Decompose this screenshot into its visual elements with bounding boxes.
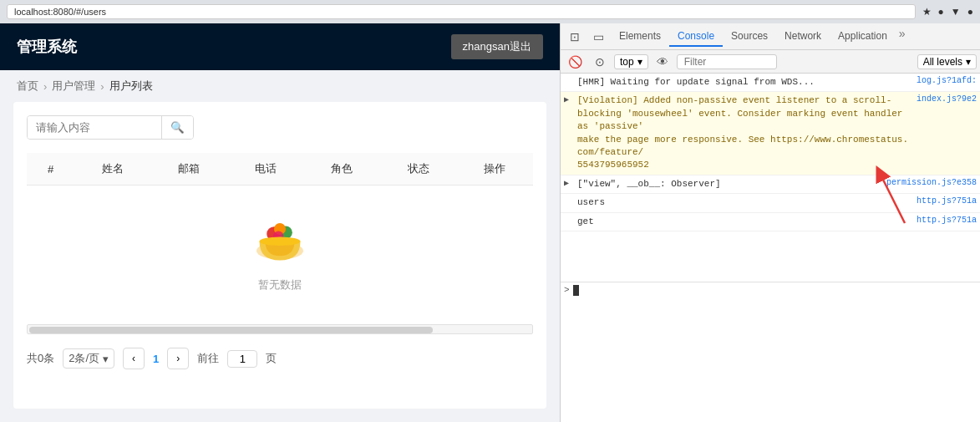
logout-button[interactable]: zhangsan退出 xyxy=(451,34,543,59)
tab-console[interactable]: Console xyxy=(669,27,723,47)
content-card: 🔍 # 姓名 邮箱 电话 角色 状态 操作 xyxy=(13,102,546,409)
search-button[interactable]: 🔍 xyxy=(161,116,193,139)
clear-console-icon[interactable]: 🚫 xyxy=(564,51,586,73)
extension-icon[interactable]: ● xyxy=(938,6,944,18)
levels-select[interactable]: All levels ▾ xyxy=(917,54,977,69)
empty-text: 暂无数据 xyxy=(258,277,302,292)
data-table: # 姓名 邮箱 电话 角色 状态 操作 xyxy=(27,153,533,318)
horizontal-scrollbar[interactable] xyxy=(27,324,533,334)
total-count: 共0条 xyxy=(27,351,54,366)
pagination: 共0条 2条/页 ▾ ‹ 1 › 前往 页 xyxy=(27,348,533,369)
console-text: [HMR] Waiting for update signal from WDS… xyxy=(577,76,913,89)
devtools-toolbar2: 🚫 ⊙ top ▾ 👁 All levels ▾ xyxy=(561,50,980,74)
table-header: # 姓名 邮箱 电话 角色 状态 操作 xyxy=(27,153,533,186)
console-link-get[interactable]: http.js?751a xyxy=(917,216,977,225)
app-panel: 管理系统 zhangsan退出 首页 › 用户管理 › 用户列表 🔍 xyxy=(0,23,560,422)
breadcrumb-user-manage[interactable]: 用户管理 xyxy=(52,79,95,94)
tab-application[interactable]: Application xyxy=(830,27,896,47)
expand-icon-warning[interactable]: ▶ xyxy=(564,94,574,104)
devtools-toolbar: ⊡ ▭ Elements Console Sources Network App… xyxy=(561,23,980,50)
col-action: 操作 xyxy=(456,153,533,186)
console-link-users[interactable]: http.js?751a xyxy=(917,196,977,206)
table-body: 暂无数据 xyxy=(27,186,533,318)
empty-icon xyxy=(251,211,309,269)
current-page: 1 xyxy=(153,353,159,365)
app-header: 管理系统 zhangsan退出 xyxy=(0,23,560,70)
col-num: # xyxy=(27,153,74,186)
eye-icon[interactable]: 👁 xyxy=(652,51,673,73)
breadcrumb: 首页 › 用户管理 › 用户列表 xyxy=(0,70,560,102)
tab-network[interactable]: Network xyxy=(776,27,830,47)
more-tabs-button[interactable]: » xyxy=(896,27,909,47)
tab-sources[interactable]: Sources xyxy=(723,27,776,47)
breadcrumb-home[interactable]: 首页 xyxy=(17,79,38,94)
next-page-button[interactable]: › xyxy=(167,348,189,369)
goto-label: 前往 xyxy=(197,351,219,366)
console-link-warning[interactable]: index.js?9e2 xyxy=(917,94,977,104)
menu-icon[interactable]: ▼ xyxy=(951,6,961,18)
page-size-select[interactable]: 2条/页 ▾ xyxy=(63,348,114,369)
browser-icons: ★ ● ▼ ● xyxy=(922,6,973,18)
console-cursor[interactable] xyxy=(573,285,579,296)
main-layout: 管理系统 zhangsan退出 首页 › 用户管理 › 用户列表 🔍 xyxy=(0,23,980,422)
console-text-get: get xyxy=(577,216,913,228)
breadcrumb-sep2: › xyxy=(100,80,104,93)
context-arrow: ▾ xyxy=(637,56,642,68)
filter-input[interactable] xyxy=(677,54,777,69)
tab-elements[interactable]: Elements xyxy=(611,27,669,47)
browser-bar: localhost:8080/#/users ★ ● ▼ ● xyxy=(0,0,980,23)
col-email: 邮箱 xyxy=(151,153,227,186)
breadcrumb-user-list: 用户列表 xyxy=(109,79,153,94)
page-size-arrow: ▾ xyxy=(103,353,109,365)
page-size-label: 2条/页 xyxy=(69,351,99,366)
page-unit: 页 xyxy=(266,351,277,366)
search-input[interactable] xyxy=(28,116,161,139)
scrollbar-thumb[interactable] xyxy=(29,327,433,333)
app-title: 管理系统 xyxy=(17,37,77,57)
expand-icon-view[interactable]: ▶ xyxy=(564,178,574,188)
empty-row: 暂无数据 xyxy=(27,186,533,318)
console-line-warning: ▶ [Violation] Added non-passive event li… xyxy=(561,92,980,175)
star-icon[interactable]: ★ xyxy=(922,6,932,18)
browser-url: localhost:8080/#/users xyxy=(7,4,916,19)
console-link[interactable]: log.js?1afd: xyxy=(917,76,977,85)
console-line-get: get http.js?751a xyxy=(561,213,980,231)
context-select[interactable]: top ▾ xyxy=(614,54,648,69)
levels-arrow: ▾ xyxy=(966,56,971,68)
goto-input[interactable] xyxy=(227,350,257,368)
prev-page-button[interactable]: ‹ xyxy=(123,348,145,369)
search-input-wrap: 🔍 xyxy=(27,115,194,140)
svg-point-5 xyxy=(260,237,301,247)
console-text-warning: [Violation] Added non-passive event list… xyxy=(577,94,913,171)
levels-label: All levels xyxy=(923,56,962,68)
console-line-users: users http.js?751a xyxy=(561,194,980,212)
console-text-users: users xyxy=(577,196,913,209)
console-output: [HMR] Waiting for update signal from WDS… xyxy=(561,74,980,422)
devtools-panel: ⊡ ▭ Elements Console Sources Network App… xyxy=(560,23,980,422)
console-line-view: ▶ ["view", __ob__: Observer] permission.… xyxy=(561,175,980,194)
devtools-cursor-icon[interactable]: ⊡ xyxy=(564,26,586,48)
console-input-line: > xyxy=(561,282,980,298)
console-link-view[interactable]: permission.js?e358 xyxy=(886,178,977,187)
col-phone: 电话 xyxy=(227,153,303,186)
col-status: 状态 xyxy=(380,153,456,186)
context-label: top xyxy=(620,56,634,68)
col-role: 角色 xyxy=(304,153,380,186)
console-line: [HMR] Waiting for update signal from WDS… xyxy=(561,74,980,92)
console-prompt: > xyxy=(564,285,570,295)
devtools-device-icon[interactable]: ▭ xyxy=(587,26,609,48)
avatar-icon[interactable]: ● xyxy=(967,6,973,18)
search-bar: 🔍 xyxy=(27,115,533,140)
breadcrumb-sep1: › xyxy=(43,80,47,93)
empty-state: 暂无数据 xyxy=(27,186,533,318)
console-text-view: ["view", __ob__: Observer] xyxy=(577,178,883,191)
col-name: 姓名 xyxy=(74,153,150,186)
preserve-log-icon[interactable]: ⊙ xyxy=(589,51,611,73)
